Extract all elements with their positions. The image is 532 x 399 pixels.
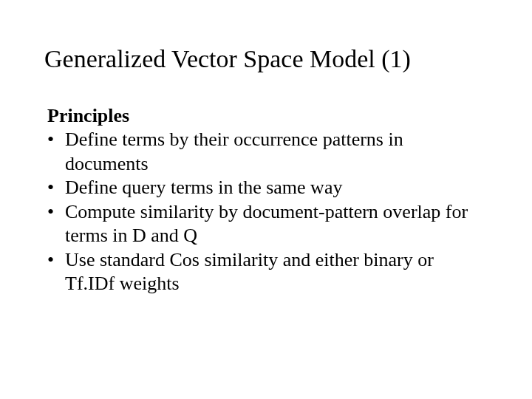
bullet-dot-icon: • — [47, 248, 65, 273]
subheading: Principles — [47, 104, 488, 129]
bullet-dot-icon: • — [47, 200, 65, 225]
bullet-dot-icon: • — [47, 176, 65, 200]
bullet-dot-icon: • — [47, 128, 65, 152]
bullet-item: • Use standard Cos similarity and either… — [47, 248, 488, 296]
bullet-text: Compute similarity by document-pattern o… — [65, 200, 488, 248]
slide-title: Generalized Vector Space Model (1) — [44, 44, 488, 75]
bullet-item: • Compute similarity by document-pattern… — [47, 200, 488, 248]
bullet-item: • Define terms by their occurrence patte… — [47, 128, 488, 176]
slide: Generalized Vector Space Model (1) Princ… — [0, 0, 532, 399]
bullet-item: • Define query terms in the same way — [47, 176, 488, 200]
bullet-text: Define terms by their occurrence pattern… — [65, 128, 488, 176]
bullet-text: Use standard Cos similarity and either b… — [65, 248, 488, 296]
bullet-text: Define query terms in the same way — [65, 176, 488, 200]
slide-body: Principles • Define terms by their occur… — [44, 104, 488, 296]
